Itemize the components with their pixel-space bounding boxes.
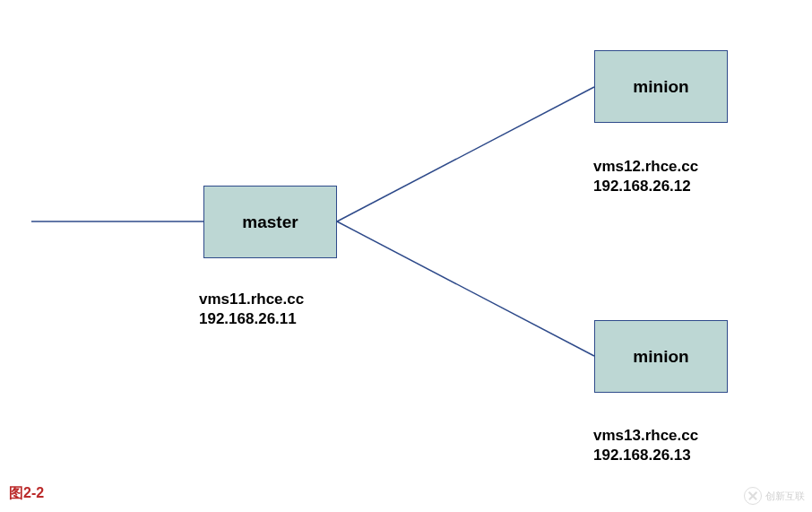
svg-line-1: [337, 87, 594, 221]
minion2-ip: 192.168.26.13: [593, 446, 698, 465]
master-node-info: vms11.rhce.cc 192.168.26.11: [199, 290, 304, 329]
svg-line-2: [337, 221, 594, 356]
minion1-node-info: vms12.rhce.cc 192.168.26.12: [593, 157, 698, 196]
watermark: 创新互联: [744, 487, 805, 505]
master-ip: 192.168.26.11: [199, 309, 304, 329]
minion1-node-label: minion: [633, 77, 688, 97]
master-node-label: master: [242, 213, 298, 232]
figure-label: 图2-2: [9, 484, 44, 503]
minion2-node-label: minion: [633, 347, 688, 367]
minion1-node-box: minion: [594, 50, 728, 123]
master-node-box: master: [203, 186, 337, 258]
master-hostname: vms11.rhce.cc: [199, 290, 304, 309]
minion2-hostname: vms13.rhce.cc: [593, 426, 698, 446]
watermark-text: 创新互联: [765, 490, 805, 503]
watermark-logo-icon: [744, 487, 762, 505]
minion1-ip: 192.168.26.12: [593, 177, 698, 196]
minion2-node-info: vms13.rhce.cc 192.168.26.13: [593, 426, 698, 465]
minion1-hostname: vms12.rhce.cc: [593, 157, 698, 177]
minion2-node-box: minion: [594, 320, 728, 393]
